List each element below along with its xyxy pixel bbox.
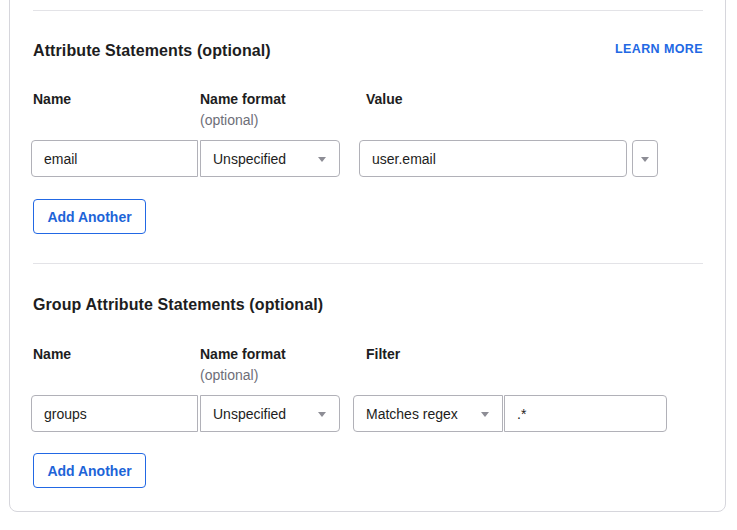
column-label-name-format: Name format	[200, 91, 286, 107]
group-attribute-name-format-selected-value: Unspecified	[213, 406, 286, 422]
group-attribute-statements-title: Group Attribute Statements (optional)	[33, 296, 323, 314]
attribute-name-format-select[interactable]: Unspecified	[200, 140, 340, 177]
chevron-down-icon	[481, 412, 489, 417]
filter-value-input[interactable]	[504, 395, 667, 432]
settings-panel: Attribute Statements (optional) LEARN MO…	[0, 0, 737, 530]
filter-type-select[interactable]: Matches regex	[353, 395, 503, 432]
column-label-filter: Filter	[366, 346, 400, 362]
add-another-button[interactable]: Add Another	[33, 199, 146, 234]
attribute-name-input[interactable]	[31, 140, 198, 177]
chevron-down-icon	[318, 412, 326, 417]
filter-type-selected-value: Matches regex	[366, 406, 458, 422]
group-attribute-name-format-select[interactable]: Unspecified	[200, 395, 340, 432]
chevron-down-icon	[641, 157, 649, 162]
attribute-value-input[interactable]	[359, 140, 627, 177]
column-label-optional: (optional)	[200, 112, 258, 128]
column-label-value: Value	[366, 91, 403, 107]
form-card	[9, 0, 726, 512]
column-label-name: Name	[33, 91, 71, 107]
learn-more-link[interactable]: LEARN MORE	[615, 42, 703, 56]
attribute-value-dropdown-button[interactable]	[632, 140, 658, 177]
group-attribute-name-input[interactable]	[31, 395, 198, 432]
column-label-name: Name	[33, 346, 71, 362]
attribute-name-format-selected-value: Unspecified	[213, 151, 286, 167]
add-another-button[interactable]: Add Another	[33, 453, 146, 488]
attribute-statements-title: Attribute Statements (optional)	[33, 42, 271, 60]
divider	[33, 263, 703, 264]
column-label-optional: (optional)	[200, 367, 258, 383]
column-label-name-format: Name format	[200, 346, 286, 362]
chevron-down-icon	[318, 157, 326, 162]
divider	[33, 10, 703, 11]
